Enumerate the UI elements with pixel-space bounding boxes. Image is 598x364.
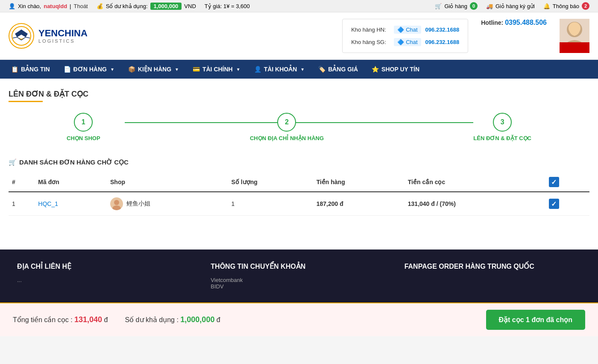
tai-chinh-label: TÀI CHÍNH <box>202 66 233 73</box>
balance-unit: đ <box>217 316 220 323</box>
nav-bang-gia[interactable]: 🏷️ BẢNG GIÁ <box>311 60 365 79</box>
bang-tin-icon: 📋 <box>11 66 18 73</box>
hotline-number: 0395.488.506 <box>505 19 547 26</box>
ky-gui-label: Giỏ hàng ký gửi <box>495 3 535 9</box>
step-3: 3 LÊN ĐƠN & ĐẶT CỌC <box>473 113 531 141</box>
step-1: 1 CHỌN SHOP <box>67 113 100 141</box>
steps-container: 1 CHỌN SHOP 2 CHỌN ĐỊA CHỈ NHẬN HÀNG 3 L… <box>9 113 589 141</box>
nav-tai-chinh[interactable]: 💳 TÀI CHÍNH ▼ <box>186 60 247 79</box>
kho-hn-row: Kho hàng HN: 🔷 Chat 096.232.1688 <box>351 26 459 34</box>
step-1-label: CHỌN SHOP <box>67 135 100 141</box>
col-tien-hang: Tiền hàng <box>313 173 405 192</box>
order-link[interactable]: HQC_1 <box>38 200 58 207</box>
total-deposit: Tổng tiền cần cọc : 131,040 đ <box>13 315 108 324</box>
page-title-underline <box>9 101 43 102</box>
tai-khoan-label: TÀI KHOẢN <box>264 66 297 73</box>
cart-item[interactable]: 🛒 Giỏ hàng 0 <box>435 2 478 10</box>
kho-info: Kho hàng HN: 🔷 Chat 096.232.1688 Kho hàn… <box>351 26 459 46</box>
kien-hang-arrow: ▼ <box>175 67 179 72</box>
shop-cell: 鲤鱼小姐 <box>110 197 225 210</box>
footer-bank-title: THÔNG TIN CHUYỂN KHOẢN <box>211 262 387 270</box>
kho-hn-label: Kho hàng HN: <box>351 26 390 33</box>
nav-don-hang[interactable]: 📄 ĐƠN HÀNG ▼ <box>57 60 121 79</box>
step-2-number: 2 <box>285 118 289 126</box>
bang-gia-icon: 🏷️ <box>318 66 325 73</box>
cart-label: Giỏ hàng <box>444 3 467 9</box>
row-select-checkbox[interactable] <box>549 199 559 209</box>
svg-point-7 <box>114 200 119 205</box>
don-hang-label: ĐƠN HÀNG <box>73 66 107 73</box>
table-section-title: 🛒 DANH SÁCH ĐƠN HÀNG CHỜ CỌC <box>9 159 589 166</box>
svg-rect-5 <box>560 42 589 53</box>
skype-icon-hn: 🔷 <box>397 26 404 33</box>
bell-icon: 🔔 <box>543 3 550 9</box>
navigation: 📋 BẢNG TIN 📄 ĐƠN HÀNG ▼ 📦 KIỆN HÀNG ▼ 💳 … <box>0 60 598 79</box>
wallet-icon: 💰 <box>97 3 103 9</box>
total-deposit-unit: đ <box>104 316 108 323</box>
balance-info: 💰 Số dư khả dụng: 1,000,000 VND <box>97 3 196 10</box>
top-bar: 👤 Xin chào, natuqldd | Thoát 💰 Số dư khả… <box>0 0 598 12</box>
exchange-rate-text: Tỷ giá: 1¥ = 3,600 <box>205 3 250 9</box>
balance-value: 1,000,000 <box>150 3 182 10</box>
chat-sg-button[interactable]: 🔷 Chat <box>394 38 421 46</box>
deposit-button[interactable]: Đặt cọc 1 đơn đã chọn <box>486 310 585 330</box>
step-1-number: 1 <box>82 118 85 126</box>
shop-uy-tin-label: SHOP UY TÍN <box>381 66 419 73</box>
row-so-luong: 1 <box>228 192 313 216</box>
col-ma-don: Mã đơn <box>35 173 107 192</box>
steps: 1 CHỌN SHOP 2 CHỌN ĐỊA CHỈ NHẬN HÀNG 3 L… <box>67 113 531 141</box>
footer-address-content: ... <box>17 277 193 283</box>
nav-bang-tin[interactable]: 📋 BẢNG TIN <box>4 60 57 79</box>
support-avatar <box>560 19 589 53</box>
footer: ĐỊA CHỈ LIÊN HỆ ... THÔNG TIN CHUYỂN KHO… <box>0 250 598 302</box>
logo[interactable]: YENCHINA LOGISTICS <box>9 23 88 49</box>
nav-tai-khoan[interactable]: 👤 TÀI KHOẢN ▼ <box>247 60 312 79</box>
tai-khoan-arrow: ▼ <box>300 67 305 72</box>
logo-text-area: YENCHINA LOGISTICS <box>38 28 88 44</box>
nav-kien-hang[interactable]: 📦 KIỆN HÀNG ▼ <box>121 60 186 79</box>
tai-khoan-icon: 👤 <box>254 66 261 73</box>
balance-label: Số dư khả dụng : <box>125 316 178 323</box>
notification-badge: 2 <box>582 2 589 10</box>
top-right-actions: 🛒 Giỏ hàng 0 🚚 Giỏ hàng ký gửi 🔔 Thông b… <box>435 2 589 10</box>
row-shop: 鲤鱼小姐 <box>107 192 228 216</box>
logo-subtitle: LOGISTICS <box>38 38 88 44</box>
select-all-checkbox[interactable] <box>549 177 559 187</box>
chat-hn-button[interactable]: 🔷 Chat <box>394 26 421 34</box>
table-header: # Mã đơn Shop Số lượng Tiền hàng Tiền cầ… <box>9 173 589 192</box>
hotline-text: Hotline: 0395.488.506 <box>481 19 547 26</box>
step-3-number: 3 <box>501 118 504 126</box>
step-1-circle: 1 <box>74 113 93 132</box>
tai-chinh-arrow: ▼ <box>236 67 240 72</box>
don-hang-icon: 📄 <box>64 66 71 73</box>
footer-col-address: ĐỊA CHỈ LIÊN HỆ ... <box>17 262 193 290</box>
kien-hang-label: KIỆN HÀNG <box>138 66 171 73</box>
notification-item[interactable]: 🔔 Thông báo 2 <box>543 2 589 10</box>
exchange-rate: Tỷ giá: 1¥ = 3,600 <box>205 3 250 9</box>
table-body: 1 HQC_1 鲤鱼小姐 <box>9 192 589 216</box>
don-hang-arrow: ▼ <box>110 67 114 72</box>
kien-hang-icon: 📦 <box>128 66 135 73</box>
footer-fanpage-title: FANPAGE ORDER HÀNG TRUNG QUỐC <box>405 262 581 270</box>
user-icon: 👤 <box>9 3 15 9</box>
cart-badge: 0 <box>470 2 478 10</box>
notification-label: Thông báo <box>553 3 579 9</box>
footer-col-fanpage: FANPAGE ORDER HÀNG TRUNG QUỐC <box>405 262 581 290</box>
shop-avatar <box>110 197 123 210</box>
row-num: 1 <box>9 192 35 216</box>
skype-icon-sg: 🔷 <box>397 39 404 45</box>
username[interactable]: natuqldd <box>44 3 67 9</box>
kho-sg-label: Kho hàng SG: <box>351 39 390 45</box>
ky-gui-cart[interactable]: 🚚 Giỏ hàng ký gửi <box>486 3 535 9</box>
footer-address-title: ĐỊA CHỈ LIÊN HỆ <box>17 262 193 270</box>
user-info: 👤 Xin chào, natuqldd | Thoát <box>9 3 88 9</box>
col-so-luong: Số lượng <box>228 173 313 192</box>
greeting-text: Xin chào, <box>18 3 41 9</box>
logout-link[interactable]: Thoát <box>73 3 88 9</box>
nav-shop-uy-tin[interactable]: ⭐ SHOP UY TÍN <box>365 60 426 79</box>
row-checkbox <box>545 192 589 216</box>
chat-sg-label: Chat <box>406 39 417 45</box>
step-3-circle: 3 <box>493 113 512 132</box>
step-3-label: LÊN ĐƠN & ĐẶT CỌC <box>473 135 531 141</box>
balance-label: Số dư khả dụng: <box>106 3 148 9</box>
